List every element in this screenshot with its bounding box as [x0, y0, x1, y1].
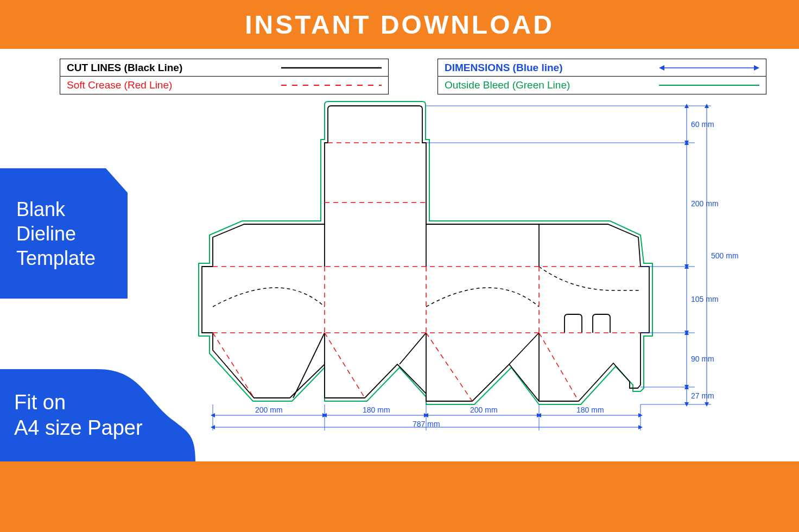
cut-outline — [202, 106, 649, 401]
legend-cut-label: CUT LINES (Black Line) — [67, 62, 281, 74]
bottom-banner — [0, 461, 799, 532]
legend-crease: Soft Crease (Red Line) — [60, 77, 388, 94]
dim-500mm: 500 mm — [711, 251, 739, 260]
crease-lines — [213, 143, 641, 401]
dim-105mm: 105 mm — [691, 295, 719, 303]
svg-line-15 — [325, 333, 365, 398]
badge1-line2: Dieline — [16, 221, 96, 246]
legend-bleed-label: Outside Bleed (Green Line) — [445, 79, 659, 91]
legend-bleed-sample — [659, 80, 759, 90]
dim-90mm: 90 mm — [691, 354, 714, 363]
legend-left: CUT LINES (Black Line) Soft Crease (Red … — [60, 59, 389, 94]
legend-crease-sample — [281, 80, 382, 90]
dim-200mm-b: 200 mm — [470, 406, 498, 414]
badge1-line1: Blank — [16, 197, 96, 221]
legend: CUT LINES (Black Line) Soft Crease (Red … — [60, 59, 766, 94]
svg-line-14 — [213, 333, 254, 398]
badge2-line1: Fit on — [14, 390, 143, 416]
legend-cut-sample — [281, 63, 382, 73]
dim-180mm-a: 180 mm — [363, 406, 390, 414]
badge2-text: Fit on A4 size Paper — [0, 390, 143, 441]
legend-bleed: Outside Bleed (Green Line) — [438, 77, 766, 94]
badge1-text: Blank Dieline Template — [0, 197, 96, 270]
dieline-svg — [152, 100, 749, 437]
dieline-diagram: 60 mm 200 mm 105 mm 90 mm 27 mm 500 mm 2… — [152, 100, 749, 437]
top-banner: INSTANT DOWNLOAD — [0, 0, 799, 49]
dim-27mm: 27 mm — [691, 391, 714, 400]
dim-787mm: 787 mm — [413, 420, 440, 428]
svg-line-16 — [426, 333, 472, 401]
badge-dieline-template: Blank Dieline Template — [0, 168, 128, 299]
svg-line-17 — [539, 333, 579, 401]
legend-right: DIMENSIONS (Blue line) Outside Bleed (Gr… — [437, 59, 766, 94]
legend-dim-label: DIMENSIONS (Blue line) — [445, 62, 659, 74]
dim-60mm: 60 mm — [691, 120, 714, 129]
dim-200mm-a: 200 mm — [255, 406, 283, 414]
bleed-outline — [199, 102, 652, 404]
dim-200mm-v: 200 mm — [691, 199, 719, 208]
dim-180mm-b: 180 mm — [576, 406, 604, 414]
legend-dim-sample — [659, 63, 759, 73]
legend-dim: DIMENSIONS (Blue line) — [438, 59, 766, 77]
badge2-line2: A4 size Paper — [14, 415, 143, 441]
top-banner-text: INSTANT DOWNLOAD — [245, 10, 554, 40]
legend-cut: CUT LINES (Black Line) — [60, 59, 388, 77]
badge1-line3: Template — [16, 246, 96, 270]
legend-crease-label: Soft Crease (Red Line) — [67, 79, 281, 91]
dimension-extensions — [213, 106, 711, 430]
black-dash-guides — [213, 267, 641, 307]
